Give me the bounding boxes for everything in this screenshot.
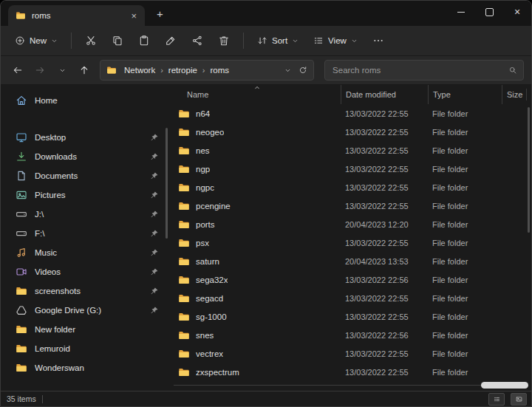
more-options-button[interactable] <box>366 30 391 52</box>
file-row[interactable]: n64 13/03/2022 22:55 File folder <box>175 104 531 123</box>
pin-icon <box>150 306 159 315</box>
thumbnails-view-button[interactable] <box>511 393 527 406</box>
folder-icon <box>178 145 190 157</box>
file-row[interactable]: saturn 20/04/2023 13:53 File folder <box>175 252 531 270</box>
rename-button[interactable] <box>158 30 183 52</box>
share-button[interactable] <box>185 30 210 52</box>
sidebar-item-drive-f[interactable]: F:\ <box>5 224 165 243</box>
tab-roms[interactable]: roms × <box>8 5 145 26</box>
sidebar-scrollbar-thumb[interactable] <box>166 128 168 239</box>
sidebar-item-home[interactable]: Home <box>5 91 165 110</box>
paste-button[interactable] <box>132 30 157 52</box>
breadcrumb-roms[interactable]: roms <box>208 64 232 76</box>
file-row[interactable]: pcengine 13/03/2022 22:55 File folder <box>175 196 531 215</box>
sidebar-item-label: screenshots <box>35 287 143 295</box>
search-box[interactable] <box>324 60 524 81</box>
search-input[interactable] <box>331 65 504 75</box>
window-controls: × <box>447 1 531 23</box>
sidebar-item-lemuroid[interactable]: Lemuroid <box>5 339 165 358</box>
folder-icon <box>178 293 190 304</box>
view-button[interactable]: View <box>307 30 364 52</box>
sidebar-item-label: F:\ <box>35 229 143 238</box>
file-row[interactable]: ngpc 13/03/2022 22:55 File folder <box>175 178 531 196</box>
file-type: File folder <box>428 331 502 340</box>
file-row[interactable]: nes 13/03/2022 22:55 File folder <box>175 141 531 160</box>
search-icon <box>508 66 517 75</box>
vertical-scrollbar-thumb[interactable] <box>528 107 530 233</box>
new-tab-button[interactable]: + <box>152 7 168 21</box>
file-type: File folder <box>428 183 502 192</box>
sidebar-item-new-folder[interactable]: New folder <box>5 320 165 339</box>
sidebar-item-documents[interactable]: Documents <box>5 166 165 185</box>
file-row[interactable]: ports 20/04/2023 12:20 File folder <box>175 215 531 233</box>
file-row[interactable]: psx 13/03/2022 22:55 File folder <box>175 233 531 252</box>
folder-icon <box>178 108 190 120</box>
address-bar[interactable]: Network › retropie › roms <box>100 60 314 81</box>
sidebar-item-videos[interactable]: Videos <box>5 262 165 281</box>
file-row[interactable]: segacd 13/03/2022 22:55 File folder <box>175 289 531 307</box>
sidebar-item-drive-j[interactable]: J:\ <box>5 205 165 224</box>
sidebar-item-label: Documents <box>35 171 143 180</box>
minimize-button[interactable] <box>447 1 475 23</box>
rename-icon <box>165 35 177 47</box>
back-button[interactable] <box>8 61 27 80</box>
file-type: File folder <box>428 220 502 229</box>
cut-button[interactable] <box>78 30 103 52</box>
file-type: File folder <box>428 294 502 303</box>
address-dropdown-button[interactable] <box>284 67 291 74</box>
file-row[interactable]: sega32x 13/03/2022 22:56 File folder <box>175 270 531 289</box>
breadcrumb-separator: › <box>201 66 207 75</box>
sidebar-item-wonderswan[interactable]: Wonderswan <box>5 358 165 377</box>
new-button[interactable]: New <box>8 30 64 52</box>
folder-icon <box>178 126 190 138</box>
sort-button[interactable]: Sort <box>250 30 305 52</box>
sidebar-item-label: Pictures <box>35 191 143 199</box>
sidebar-item-downloads[interactable]: Downloads <box>5 147 165 166</box>
tab-close-icon[interactable]: × <box>127 10 140 21</box>
sidebar-item-label: New folder <box>35 325 159 334</box>
folder-icon <box>16 10 26 21</box>
file-type: File folder <box>428 239 502 247</box>
sidebar-item-music[interactable]: Music <box>5 243 165 262</box>
command-bar: New Sort View <box>1 26 531 56</box>
sidebar-item-desktop[interactable]: Desktop <box>5 128 165 147</box>
titlebar: roms × + × <box>1 1 531 26</box>
horizontal-scrollbar-track[interactable] <box>174 385 527 386</box>
horizontal-scrollbar-thumb[interactable] <box>481 382 528 389</box>
file-name: n64 <box>196 109 210 118</box>
folder-icon <box>16 362 27 374</box>
refresh-button[interactable] <box>299 66 307 75</box>
file-type: File folder <box>428 146 502 155</box>
sidebar-item-pictures[interactable]: Pictures <box>5 185 165 205</box>
file-row[interactable]: vectrex 13/03/2022 22:55 File folder <box>175 344 531 363</box>
file-row[interactable]: zxspectrum 13/03/2022 22:55 File folder <box>175 363 531 381</box>
recent-locations-button[interactable] <box>52 61 72 80</box>
breadcrumb-network[interactable]: Network <box>122 64 157 76</box>
details-view-button[interactable] <box>488 393 505 406</box>
column-header-date-modified[interactable]: Date modified <box>341 85 428 104</box>
column-header-size[interactable]: Size <box>502 85 531 104</box>
up-button[interactable] <box>75 61 94 80</box>
sidebar-item-label: Home <box>35 96 159 105</box>
copy-button[interactable] <box>105 30 130 52</box>
breadcrumb-retropie[interactable]: retropie <box>166 64 200 76</box>
file-row[interactable]: neogeo 13/03/2022 22:55 File folder <box>175 123 531 141</box>
toolbar-separator <box>71 33 72 49</box>
sidebar-item-label: Videos <box>35 267 143 276</box>
delete-button[interactable] <box>211 30 236 52</box>
maximize-button[interactable] <box>475 1 503 23</box>
file-row[interactable]: ngp 13/03/2022 22:55 File folder <box>175 160 531 178</box>
file-explorer-window: roms × + × New Sort View <box>0 0 532 407</box>
folder-icon <box>178 366 190 378</box>
close-button[interactable]: × <box>503 1 531 23</box>
sidebar-item-screenshots[interactable]: screenshots <box>5 281 165 301</box>
file-row[interactable]: sg-1000 13/03/2022 22:55 File folder <box>175 307 531 326</box>
file-name: zxspectrum <box>196 368 239 377</box>
picture-icon <box>16 189 27 201</box>
file-row[interactable]: snes 13/03/2022 22:56 File folder <box>175 326 531 344</box>
file-date: 13/03/2022 22:55 <box>341 146 428 155</box>
file-type: File folder <box>428 128 502 137</box>
forward-button[interactable] <box>30 61 50 80</box>
column-header-type[interactable]: Type <box>428 85 502 104</box>
sidebar-item-google-drive[interactable]: Google Drive (G:) <box>5 301 165 320</box>
